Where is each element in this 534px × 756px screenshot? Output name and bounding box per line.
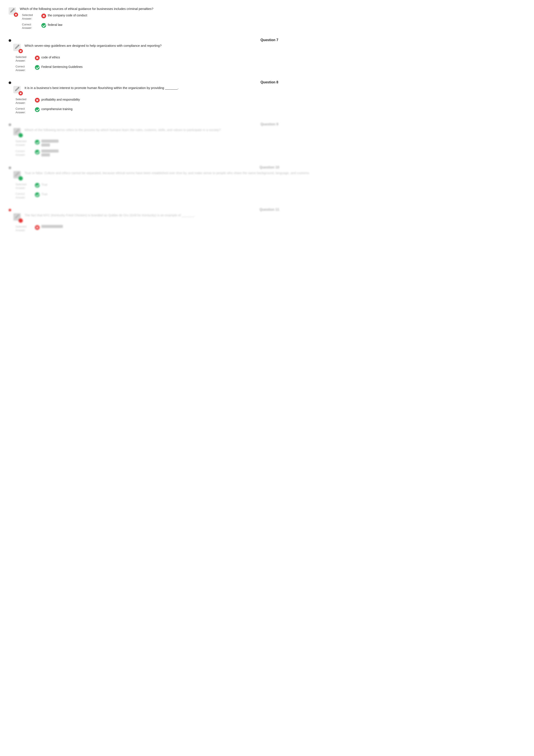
correct-icon-q10 <box>35 192 39 197</box>
bullet-q8 <box>9 81 11 84</box>
question-icon-text-row-q9: Which of the following terms refers to t… <box>13 127 525 137</box>
svg-rect-4 <box>13 171 21 178</box>
selected-answer-text-q10: True <box>41 183 47 187</box>
question-text-q7: Which seven-step guidelines are designed… <box>25 43 525 48</box>
question-icon-composite-q8 <box>13 86 23 95</box>
selected-answer-row: SelectedAnswer: the company code of cond… <box>22 14 525 21</box>
wrong-overlay-icon-q8 <box>18 91 23 95</box>
question-title-q8: Question 8 <box>13 80 525 84</box>
question-title-q11: Question 11 <box>13 208 525 212</box>
question-icon-text-row-q8: It is in a business's best interest to p… <box>13 86 525 95</box>
question-block-q10: Question 10 True or false: Culture and e… <box>9 166 525 202</box>
selected-answer-text: the company code of conduct <box>48 14 87 18</box>
correct-icon-q8 <box>35 107 39 112</box>
question-icon-text-row-q10: True or false: Culture and ethics cannot… <box>13 171 525 180</box>
bullet-q10 <box>9 167 11 169</box>
question-inner-q11: Question 11 The fact that KFC (Kentucky … <box>13 208 525 234</box>
correct-answer-value-q8: comprehensive training <box>35 107 73 112</box>
selected-label-q10: SelectedAnswer: <box>15 183 35 190</box>
pencil-icon-q10 <box>13 171 21 178</box>
correct-label: CorrectAnswer: <box>22 23 41 30</box>
question-text-q11: The fact that KFC (Kentucky Fried Chicke… <box>25 213 525 218</box>
selected-answer-row-q7: SelectedAnswer: code of ethics <box>15 55 525 63</box>
question-text-q8: It is in a business's best interest to p… <box>25 86 525 90</box>
correct-label-q7: CorrectAnswer: <box>15 65 35 72</box>
question-icon-composite-q9 <box>13 128 23 137</box>
selected-answer-row-q8: SelectedAnswer: profitability and respon… <box>15 97 525 105</box>
question-inner-q8: Question 8 It is in a business's best in… <box>13 80 525 117</box>
selected-answer-value-q9 <box>35 140 59 148</box>
question-icon-text-row-q7: Which seven-step guidelines are designed… <box>13 43 525 53</box>
svg-rect-5 <box>13 213 21 221</box>
selected-icon-q11 <box>35 225 39 230</box>
selected-answer-value-q7: code of ethics <box>35 55 60 60</box>
correct-answer-text-q8: comprehensive training <box>41 107 73 111</box>
selected-wrong-icon-q8 <box>35 98 39 102</box>
selected-answer-text-q8: profitability and responsibility <box>41 97 80 102</box>
correct-icon <box>41 23 46 28</box>
selected-wrong-icon-q7 <box>35 56 39 60</box>
correct-answer-text-q10: True <box>41 192 47 197</box>
question-icon-composite-q10 <box>13 171 23 180</box>
question-icon-composite-q7 <box>13 44 23 53</box>
pencil-icon-q11 <box>13 213 21 221</box>
question-inner-q7: Question 7 Which seven-step guidelines a… <box>13 38 525 74</box>
question-icon-text-row-q11: The fact that KFC (Kentucky Fried Chicke… <box>13 213 525 223</box>
selected-label-q9: SelectedAnswer: <box>15 140 35 147</box>
question-block-q8: Question 8 It is in a business's best in… <box>9 80 525 117</box>
wrong-overlay-icon-q7 <box>18 49 23 53</box>
selected-answer-text-q11 <box>41 225 63 229</box>
selected-answer-value-q8: profitability and responsibility <box>35 97 80 102</box>
correct-label-q9: CorrectAnswer: <box>15 149 35 157</box>
correct-icon-q9 <box>35 150 39 154</box>
question-title-q7: Question 7 <box>13 38 525 42</box>
selected-answer-value-q11 <box>35 225 63 230</box>
question-text: Which of the following sources of ethica… <box>20 7 525 11</box>
selected-label-q11: SelectedAnswer: <box>15 225 35 232</box>
correct-answer-row-q7: CorrectAnswer: Federal Sentencing Guidel… <box>15 65 525 72</box>
correct-answer-text-q9 <box>41 149 59 157</box>
selected-answer-row-q10: SelectedAnswer: True <box>15 183 525 190</box>
question-text-q9: Which of the following terms refers to t… <box>25 127 525 132</box>
correct-answer-value: federal law <box>41 23 63 28</box>
selected-answer-row-q9: SelectedAnswer: <box>15 140 525 148</box>
correct-label-q8: CorrectAnswer: <box>15 107 35 114</box>
wrong-overlay-icon <box>14 13 18 17</box>
bullet-q9 <box>9 123 11 126</box>
wrong-overlay-q11 <box>18 218 23 223</box>
question-block-q9: Question 9 Which of the following terms … <box>9 122 525 159</box>
correct-answer-row: CorrectAnswer: federal law <box>22 23 525 30</box>
question-icon-composite <box>9 7 18 17</box>
selected-label: SelectedAnswer: <box>22 14 41 21</box>
selected-answer-value-q10: True <box>35 183 47 188</box>
selected-icon-q10 <box>35 183 39 188</box>
correct-answer-row-q8: CorrectAnswer: comprehensive training <box>15 107 525 114</box>
pencil-icon-q9 <box>13 128 21 135</box>
correct-overlay-q9 <box>18 133 23 137</box>
correct-answer-row-q10: CorrectAnswer: True <box>15 192 525 200</box>
selected-answer-text-q7: code of ethics <box>41 55 60 60</box>
correct-icon-q7 <box>35 65 39 70</box>
question-title-q9: Question 9 <box>13 122 525 126</box>
question-inner-q9: Question 9 Which of the following terms … <box>13 122 525 159</box>
question-inner-q10: Question 10 True or false: Culture and e… <box>13 166 525 202</box>
bullet-q7 <box>9 39 11 42</box>
correct-answer-value-q7: Federal Sentencing Guidelines <box>35 65 83 70</box>
selected-wrong-icon <box>41 14 46 18</box>
selected-answer-value: the company code of conduct <box>41 14 87 18</box>
selected-label-q7: SelectedAnswer: <box>15 55 35 63</box>
selected-icon-q9 <box>35 140 39 145</box>
selected-answer-text-q9 <box>41 140 59 148</box>
correct-answer-text: federal law <box>48 23 63 27</box>
bullet-q11 <box>9 209 11 211</box>
correct-answer-row-q9: CorrectAnswer: <box>15 149 525 157</box>
question-content: Which of the following sources of ethica… <box>20 7 525 32</box>
question-block-q7: Question 7 Which seven-step guidelines a… <box>9 38 525 74</box>
question-title-q10: Question 10 <box>13 166 525 169</box>
correct-answer-value-q9 <box>35 149 59 157</box>
question-block-q6-continuation: Which of the following sources of ethica… <box>9 7 525 32</box>
correct-answer-value-q10: True <box>35 192 47 197</box>
selected-label-q8: SelectedAnswer: <box>15 97 35 105</box>
correct-answer-text-q7: Federal Sentencing Guidelines <box>41 65 83 69</box>
svg-rect-3 <box>13 128 21 135</box>
